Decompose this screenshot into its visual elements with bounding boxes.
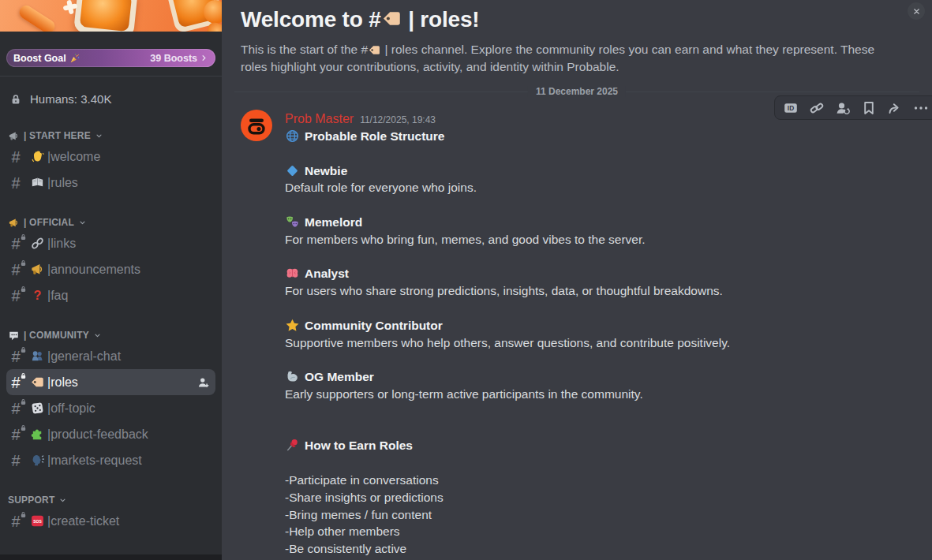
- role-heading-line: Newbie: [285, 162, 908, 180]
- padlock-icon: [9, 93, 22, 106]
- channel-name: |product-feedback: [47, 427, 148, 442]
- role-heading-line: Memelord: [285, 214, 908, 231]
- boost-count: 39 Boosts: [150, 53, 197, 64]
- channel-welcome[interactable]: #|welcome: [6, 144, 215, 170]
- hash-icon: #: [8, 513, 24, 529]
- person-add-icon: [197, 375, 211, 390]
- message-header: Prob Master 11/12/2025, 19:43: [285, 111, 908, 128]
- person-add-button[interactable]: [197, 375, 211, 390]
- message-text-line: -Be consistently active: [285, 540, 908, 558]
- speech-icon: [8, 330, 20, 342]
- category-official[interactable]: | OFFICIAL: [6, 215, 215, 230]
- message-timestamp: 11/12/2025, 19:43: [360, 112, 436, 128]
- hash-icon: #: [8, 175, 24, 191]
- sos-icon: [30, 513, 45, 528]
- humans-count-label: Humans: 3.40K: [30, 92, 111, 106]
- blank-line: [285, 454, 908, 472]
- lock-mini-icon: [20, 286, 27, 293]
- lock-mini-icon: [20, 424, 27, 431]
- tag-emoji: [368, 43, 381, 57]
- chat-message: Prob Master 11/12/2025, 19:43 Probable R…: [222, 92, 932, 558]
- banner-shape: [17, 3, 57, 32]
- blank-line: [285, 420, 908, 438]
- boost-goal-section: Boost Goal 39 Boosts: [0, 32, 222, 77]
- chevron-down-icon: [93, 331, 102, 340]
- category-label: | OFFICIAL: [24, 217, 74, 228]
- message-text-line: Early supporters or long-term active par…: [285, 386, 908, 403]
- category-start-here[interactable]: | START HERE: [6, 128, 215, 144]
- chevron-down-icon: [78, 218, 87, 227]
- channel-name: |create-ticket: [47, 514, 119, 528]
- humans-counter-channel[interactable]: Humans: 3.40K: [0, 77, 222, 106]
- message-text-line: Supportive members who help others, answ…: [285, 334, 908, 352]
- close-icon: [911, 6, 922, 17]
- channel-name: |roles: [47, 375, 78, 390]
- hash-icon: #: [8, 401, 24, 416]
- role-name: Memelord: [305, 215, 362, 229]
- question-icon: [30, 288, 45, 303]
- chevron-down-icon: [58, 496, 67, 505]
- hash-icon: #: [8, 427, 24, 442]
- lock-mini-icon: [20, 233, 27, 241]
- megaphone-gold-icon: [8, 217, 20, 229]
- category-community[interactable]: | COMMUNITY: [6, 327, 215, 343]
- role-name: Probable Role Structure: [305, 129, 444, 143]
- channel-create-ticket[interactable]: #|create-ticket: [6, 508, 215, 534]
- tag-emoji: [381, 8, 402, 29]
- blank-line: [285, 248, 908, 266]
- message-text-line: -Participate in conversations: [285, 472, 908, 489]
- server-banner-image: [0, 0, 222, 32]
- channel-sidebar: Boost Goal 39 Boosts Humans: 3.40K | STA…: [0, 0, 222, 560]
- megaphone-gold-icon: [30, 262, 45, 277]
- close-button[interactable]: [908, 2, 925, 20]
- message-text-line: Default role for everyone who joins.: [285, 179, 908, 196]
- lock-mini-icon: [20, 372, 27, 379]
- channel-links[interactable]: #|links: [6, 230, 215, 256]
- lock-mini-icon: [20, 511, 27, 518]
- blank-line: [285, 196, 908, 214]
- chevron-down-icon: [95, 132, 103, 140]
- category-label: | START HERE: [24, 130, 91, 141]
- globe-icon: [285, 129, 300, 144]
- channel-rules[interactable]: #|rules: [6, 170, 215, 196]
- user-panel-edge: [0, 554, 222, 560]
- megaphone-gray-icon: [8, 130, 20, 142]
- channel-markets-request[interactable]: #|markets-request: [6, 447, 215, 473]
- blank-line: [285, 351, 908, 368]
- banner-shape: [204, 0, 222, 24]
- channel-name: |general-chat: [47, 349, 121, 364]
- role-heading-line: Probable Role Structure: [285, 128, 908, 145]
- avatar[interactable]: [241, 110, 272, 141]
- role-name: Analyst: [305, 267, 349, 280]
- biceps-icon: [285, 369, 300, 384]
- blank-line: [285, 403, 908, 420]
- busts-icon: [30, 349, 45, 364]
- hash-icon: #: [8, 149, 24, 165]
- banner-shape: [73, 0, 138, 32]
- boost-goal-bar[interactable]: Boost Goal 39 Boosts: [6, 49, 215, 67]
- channel-product-feedback[interactable]: #|product-feedback: [6, 421, 215, 447]
- channel-off-topic[interactable]: #|off-topic: [6, 395, 215, 421]
- hash-icon: #: [8, 236, 24, 252]
- chevron-right-icon: [200, 54, 208, 62]
- role-name: Community Contributor: [305, 319, 443, 332]
- role-name: Newbie: [305, 164, 347, 177]
- channel-list: | START HERE#|welcome#|rules| OFFICIAL#|…: [0, 128, 222, 534]
- message-author[interactable]: Prob Master: [285, 111, 354, 127]
- link-icon: [30, 236, 45, 251]
- channel-name: |rules: [47, 176, 78, 190]
- channel-welcome-block: Welcome to # | roles! This is the start …: [222, 0, 932, 75]
- channel-faq[interactable]: #|faq: [6, 282, 215, 308]
- party-popper-icon: [69, 53, 80, 64]
- message-body: Probable Role StructureNewbieDefault rol…: [285, 128, 908, 558]
- masks-icon: [285, 215, 300, 230]
- channel-announcements[interactable]: #|announcements: [6, 256, 215, 282]
- tag-icon: [30, 375, 45, 390]
- channel-name: |faq: [47, 289, 68, 303]
- message-text-line: For members who bring fun, memes, and go…: [285, 231, 908, 248]
- channel-general-chat[interactable]: #|general-chat: [6, 343, 215, 369]
- puzzle-icon: [30, 427, 45, 442]
- hash-icon: #: [8, 349, 24, 364]
- channel-roles[interactable]: #|roles: [6, 369, 215, 395]
- category-support[interactable]: SUPPORT: [6, 492, 215, 508]
